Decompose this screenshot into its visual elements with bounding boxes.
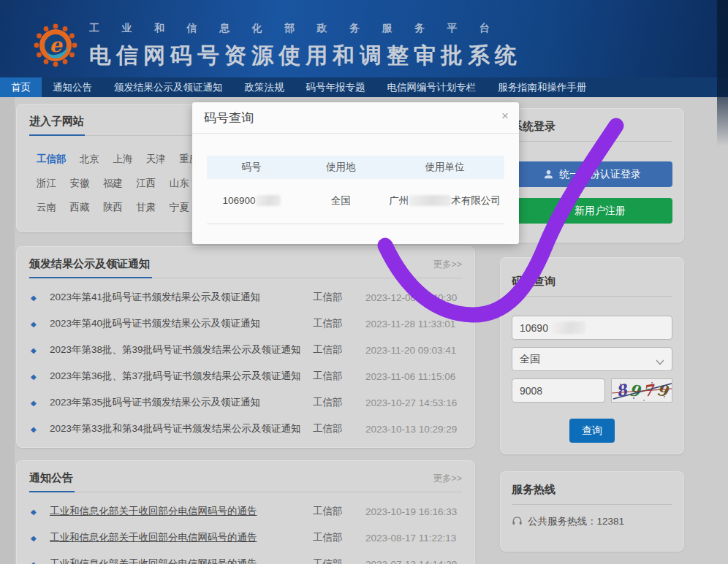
result-list-item: ◆ 2023年第41批码号证书颁发结果公示及领证通知 工信部 2023-12-0… xyxy=(16,284,475,310)
diamond-bullet-icon: ◆ xyxy=(31,373,50,381)
diamond-bullet-icon: ◆ xyxy=(31,534,50,542)
redaction-blur xyxy=(552,321,585,334)
column-header-location: 使用地 xyxy=(296,161,385,174)
nav-item-results[interactable]: 颁发结果公示及领证通知 xyxy=(103,77,234,97)
captcha-image[interactable]: 8 9 7 9 xyxy=(611,378,672,403)
subsite-link-ningxia[interactable]: 宁夏 xyxy=(170,202,189,213)
result-list-item: ◆ 2023年第35批码号证书颁发结果公示及领证通知 工信部 2023-10-2… xyxy=(16,389,475,416)
miit-gear-e-logo: e xyxy=(34,18,80,73)
cell-company: 广州术有限公司 xyxy=(385,193,504,210)
notice-item-source: 工信部 xyxy=(313,557,365,564)
notices-more-link[interactable]: 更多>> xyxy=(433,473,462,485)
result-item-source: 工信部 xyxy=(313,343,365,357)
subsite-link-shandong[interactable]: 山东 xyxy=(170,178,189,188)
sso-login-button[interactable]: 统一身份认证登录 xyxy=(512,161,672,187)
redaction-blur xyxy=(409,195,451,206)
result-item-source: 工信部 xyxy=(313,370,365,383)
result-item-date: 2023-11-06 11:15:06 xyxy=(365,371,460,382)
result-item-title[interactable]: 2023年第33批和第34批码号证书颁发结果公示及领证通知 xyxy=(50,422,313,435)
hotline-title: 服务热线 xyxy=(500,471,684,497)
result-item-date: 2023-10-27 14:53:16 xyxy=(365,397,460,408)
cell-location: 全国 xyxy=(296,193,385,210)
subsite-link-yunnan[interactable]: 云南 xyxy=(37,202,56,213)
column-header-company: 使用单位 xyxy=(385,161,504,174)
headphones-icon xyxy=(512,515,523,528)
diamond-bullet-icon: ◆ xyxy=(31,508,50,516)
register-button[interactable]: 新用户注册 xyxy=(512,198,672,224)
divider xyxy=(512,296,672,297)
notice-item-date: 2023-07-13 14:14:39 xyxy=(365,559,460,564)
title-accent-bar xyxy=(29,277,152,278)
subsite-link-anhui[interactable]: 安徽 xyxy=(69,178,89,188)
number-query-card: 码号查询 全国 8 9 7 9 xyxy=(500,257,684,454)
notice-item-title[interactable]: 工业和信息化部关于收回部分电信网码号的通告 xyxy=(50,531,313,544)
diamond-bullet-icon: ◆ xyxy=(31,320,50,328)
subsite-link-tianjin[interactable]: 天津 xyxy=(146,153,166,164)
subsite-link-beijing[interactable]: 北京 xyxy=(80,153,99,164)
notice-item-title[interactable]: 工业和信息化部关于收回部分电信网码号的通告 xyxy=(50,505,313,518)
captcha-input[interactable] xyxy=(512,378,605,403)
subsite-link-miit[interactable]: 工信部 xyxy=(37,153,67,164)
user-plus-icon xyxy=(558,205,569,216)
close-icon[interactable]: × xyxy=(501,110,509,122)
result-item-date: 2023-11-20 09:03:41 xyxy=(365,345,460,356)
subsite-link-fujian[interactable]: 福建 xyxy=(103,178,123,188)
diamond-bullet-icon: ◆ xyxy=(31,399,50,407)
login-title: 系统登录 xyxy=(500,108,684,134)
title-accent-bar xyxy=(29,491,75,492)
subsite-link-shanghai[interactable]: 上海 xyxy=(113,153,132,164)
hotline-card: 服务热线 公共服务热线：12381 xyxy=(500,471,684,552)
subsite-link-xizang[interactable]: 西藏 xyxy=(69,202,89,213)
subsites-title: 进入子网站 xyxy=(29,115,84,129)
notice-list-item: ◆ 工业和信息化部关于收回部分电信网码号的通告 工信部 2023-08-17 1… xyxy=(16,525,475,551)
nav-item-manuals[interactable]: 服务指南和操作手册 xyxy=(487,77,598,97)
result-item-source: 工信部 xyxy=(313,422,365,435)
nav-item-home[interactable]: 首页 xyxy=(0,77,42,97)
result-item-date: 2023-11-28 11:33:01 xyxy=(365,319,460,329)
result-list-item: ◆ 2023年第33批和第34批码号证书颁发结果公示及领证通知 工信部 2023… xyxy=(16,416,475,442)
query-title: 码号查询 xyxy=(500,257,684,289)
login-card: 系统登录 统一身份认证登录 新用户注册 xyxy=(500,108,684,243)
redaction-blur xyxy=(256,195,281,206)
nav-item-annual-report[interactable]: 码号年报专题 xyxy=(295,77,376,97)
system-title: 电信网码号资源使用和调整审批系统 xyxy=(89,41,557,71)
result-item-title[interactable]: 2023年第35批码号证书颁发结果公示及领证通知 xyxy=(50,396,313,409)
subsite-link-gansu[interactable]: 甘肃 xyxy=(136,202,156,213)
column-header-number: 码号 xyxy=(207,161,296,174)
platform-title: 工业和信息化部政务服务平台 xyxy=(89,22,557,35)
subsite-link-zhejiang[interactable]: 浙江 xyxy=(37,178,56,188)
nav-item-numbering-plan[interactable]: 电信网编号计划专栏 xyxy=(376,77,488,97)
result-item-source: 工信部 xyxy=(313,291,365,304)
captcha-noise-lines xyxy=(612,379,672,403)
result-item-date: 2023-10-13 10:29:29 xyxy=(365,424,460,435)
nav-item-notices[interactable]: 通知公告 xyxy=(42,77,103,97)
result-item-source: 工信部 xyxy=(313,396,365,409)
number-query-result-modal: 码号查询 × 码号 使用地 使用单位 106900 全国 广州术有限公司 xyxy=(192,102,519,244)
query-submit-button[interactable]: 查询 xyxy=(569,419,615,443)
number-query-input[interactable] xyxy=(512,316,672,340)
modal-title: 码号查询 xyxy=(204,110,254,126)
site-header: e 工业和信息化部政务服务平台 电信网码号资源使用和调整审批系统 xyxy=(0,0,728,77)
cell-number: 106900 xyxy=(207,193,296,210)
notice-item-source: 工信部 xyxy=(313,531,365,544)
subsite-link-shaanxi[interactable]: 陕西 xyxy=(103,202,123,213)
nav-item-policies[interactable]: 政策法规 xyxy=(234,77,295,97)
results-card: 颁发结果公示及领证通知 更多>> ◆ 2023年第41批码号证书颁发结果公示及领… xyxy=(16,246,475,448)
title-accent-bar xyxy=(29,134,85,136)
notices-card: 通知公告 更多>> ◆ 工业和信息化部关于收回部分电信网码号的通告 工信部 20… xyxy=(16,460,475,564)
diamond-bullet-icon: ◆ xyxy=(31,560,50,564)
result-list-item: ◆ 2023年第36批、第37批码号证书颁发结果公示及领证通知 工信部 2023… xyxy=(16,363,475,389)
result-item-title[interactable]: 2023年第40批码号证书颁发结果公示及领证通知 xyxy=(50,317,313,330)
region-select[interactable]: 全国 xyxy=(512,347,672,371)
svg-text:e: e xyxy=(49,34,63,56)
result-item-title[interactable]: 2023年第36批、第37批码号证书颁发结果公示及领证通知 xyxy=(50,370,313,383)
subsite-link-jiangxi[interactable]: 江西 xyxy=(136,178,156,188)
notice-item-title[interactable]: 工业和信息化部关于收回部分电信网码号的通告 xyxy=(50,557,313,564)
result-item-title[interactable]: 2023年第38批、第39批码号证书颁发结果公示及领证通知 xyxy=(50,343,313,357)
notice-list-item: ◆ 工业和信息化部关于收回部分电信网码号的通告 工信部 2023-10-19 1… xyxy=(16,498,475,525)
results-more-link[interactable]: 更多>> xyxy=(433,259,462,271)
result-item-title[interactable]: 2023年第41批码号证书颁发结果公示及领证通知 xyxy=(50,291,313,304)
notices-title: 通知公告 xyxy=(29,471,73,485)
table-row: 106900 全国 广州术有限公司 xyxy=(207,179,504,224)
region-select-value: 全国 xyxy=(520,353,540,366)
